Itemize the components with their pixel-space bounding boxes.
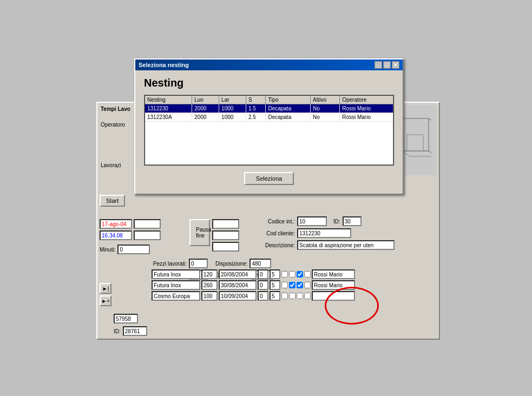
cell-lun: 2000 (192, 113, 219, 122)
pausa-field1[interactable] (212, 219, 239, 229)
row2-zero1[interactable] (258, 280, 268, 290)
row3-five1[interactable] (270, 291, 280, 301)
cell-operatore: Rossi Mario (340, 104, 393, 113)
tempi-lavo-label: Tempi Lavo (100, 105, 137, 113)
row3-chk2[interactable] (289, 293, 295, 299)
row1-chk2[interactable] (289, 271, 295, 278)
cell-s: 2.5 (246, 113, 266, 122)
minimize-button[interactable]: _ (375, 61, 382, 69)
row3-chk1[interactable] (281, 293, 288, 299)
row1-zero1[interactable] (258, 269, 268, 279)
col-lun: Lun (192, 95, 219, 104)
seleziona-button[interactable]: Seleziona (244, 172, 294, 185)
start-button[interactable]: Start (100, 195, 125, 207)
cell-tipo: Decapata (266, 104, 311, 113)
row3-zero1[interactable] (258, 291, 268, 301)
row1-date[interactable] (219, 269, 257, 279)
nav-insert-button[interactable]: ►+ (100, 295, 111, 306)
disposizione-field[interactable] (249, 259, 271, 268)
row1-val1[interactable] (201, 269, 218, 279)
col-tipo: Tipo (266, 95, 311, 104)
maximize-button[interactable]: □ (383, 61, 391, 69)
modal-title: Seleziona nesting (139, 62, 189, 68)
modal-titlebar: Seleziona nesting _ □ ✕ (135, 60, 403, 70)
shape-svg (399, 116, 431, 164)
row2-chk4[interactable] (304, 282, 311, 288)
modal-body: Nesting Nesting Lun Lar S Tipo Attivo Op… (135, 70, 403, 194)
data-row-1 (152, 269, 433, 279)
row3-chk4[interactable] (304, 293, 311, 299)
row2-chk3[interactable] (297, 282, 303, 288)
minuti-field[interactable] (117, 245, 150, 254)
cell-attivo: No (310, 113, 339, 122)
data-row-2 (152, 280, 433, 290)
cell-operatore: Rossi Mario (340, 113, 393, 122)
row3-val1[interactable] (201, 291, 218, 301)
date-field[interactable] (100, 219, 132, 229)
col-operatore: Operatore (340, 95, 393, 104)
cod-cliente-field[interactable] (297, 228, 351, 238)
modal-titlebar-buttons: _ □ ✕ (375, 61, 399, 69)
pausa-fine-button[interactable]: Pausa fine (189, 219, 210, 246)
pausa-field3[interactable] (212, 242, 239, 252)
row2-name[interactable] (152, 280, 200, 290)
table-spacer-row (145, 122, 393, 165)
close-button[interactable]: ✕ (392, 61, 399, 69)
cell-attivo: No (310, 104, 339, 113)
modal-dialog: Seleziona nesting _ □ ✕ Nesting Nesting … (134, 58, 404, 195)
row1-chk4[interactable] (304, 271, 311, 278)
row2-date[interactable] (219, 280, 257, 290)
row3-operator[interactable] (312, 291, 355, 301)
col-lar: Lar (219, 95, 246, 104)
pezzi-lavorati-field[interactable] (189, 259, 208, 268)
svg-rect-1 (407, 135, 423, 151)
modal-heading: Nesting (144, 77, 394, 89)
row1-operator[interactable] (312, 269, 355, 279)
codice-int-field[interactable] (297, 216, 327, 226)
cell-lun: 2000 (192, 104, 219, 113)
data-row-3 (152, 291, 433, 301)
col-nesting: Nesting (145, 95, 192, 104)
id-label: ID: (333, 219, 340, 225)
codice-int-label: Codice int.: (260, 219, 295, 225)
pausa-field2[interactable] (212, 230, 239, 240)
nesting-table: Nesting Lun Lar S Tipo Attivo Operatore … (144, 95, 394, 166)
cell-lar: 1000 (219, 113, 246, 122)
cod-cliente-label: Cod cliente: (260, 230, 295, 236)
row1-chk3[interactable] (297, 271, 303, 278)
descrizione-label: Descrizione: (260, 242, 295, 248)
row2-chk1[interactable] (281, 282, 288, 288)
row3-chk3[interactable] (297, 293, 303, 299)
descrizione-field[interactable] (297, 240, 395, 250)
lavorazi-label: Lavorazi (100, 161, 137, 169)
cell-lar: 1000 (219, 104, 246, 113)
row2-five1[interactable] (270, 280, 280, 290)
row1-chk1[interactable] (281, 271, 288, 278)
nav-forward-button[interactable]: ►| (100, 283, 111, 294)
pezzi-lavorati-label: Pezzi lavorati: (146, 261, 187, 267)
row3-name[interactable] (152, 291, 200, 301)
id-bottom-field[interactable] (123, 326, 147, 336)
id-bottom-label: ID: (114, 328, 121, 334)
id-field[interactable] (343, 216, 362, 226)
cell-tipo: Decapata (266, 113, 311, 122)
table-row[interactable]: 1312230A 2000 1000 2.5 Decapata No Rossi… (145, 113, 393, 122)
operatore-label: Operatoro (100, 121, 137, 129)
row2-chk2[interactable] (289, 282, 295, 288)
table-row[interactable]: 1312230 2000 1000 1.5 Decapata No Rossi … (145, 104, 393, 113)
cell-nesting: 1312230 (145, 104, 192, 113)
disposizione-label: Disposizione: (215, 261, 247, 267)
col-s: S (246, 95, 266, 104)
cell-nesting: 1312230A (145, 113, 192, 122)
cell-s: 1.5 (246, 104, 266, 113)
row2-val1[interactable] (201, 280, 218, 290)
row1-name[interactable] (152, 269, 200, 279)
val-57958-field[interactable] (114, 314, 138, 324)
date-field2[interactable] (134, 219, 161, 229)
row2-operator[interactable] (312, 280, 355, 290)
row3-date[interactable] (219, 291, 257, 301)
time-field[interactable] (100, 230, 132, 240)
col-attivo: Attivo (310, 95, 339, 104)
time-field2[interactable] (134, 230, 161, 240)
row1-five1[interactable] (270, 269, 280, 279)
